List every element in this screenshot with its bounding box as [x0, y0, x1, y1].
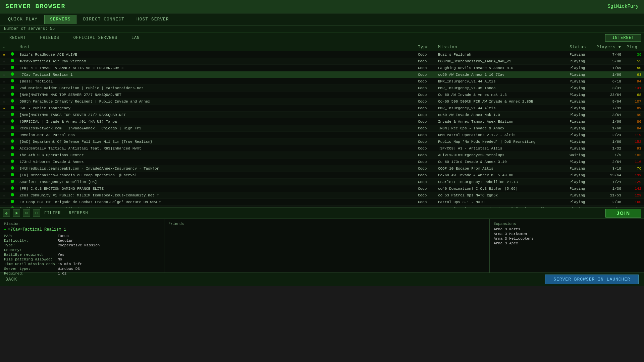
tab-host-server[interactable]: HOST SERVER — [131, 15, 174, 24]
filter-lan[interactable]: LAN — [125, 35, 147, 41]
table-row[interactable]: ☆ Scarlett Insurgency: Rebellion [UK] Co… — [0, 179, 644, 185]
row-favorite[interactable]: ☆ — [0, 112, 8, 118]
row-favorite[interactable]: ☆ — [0, 118, 8, 125]
row-favorite[interactable]: ☆ — [0, 152, 8, 159]
filter-recent[interactable]: RECENT — [3, 35, 33, 41]
table-row[interactable]: ☆ [Boss] Tactical Coop BMR_Insurgency_v1… — [0, 78, 644, 85]
table-row[interactable]: ☆ Accidentally Tactical Antistasi feat. … — [0, 145, 644, 152]
filter-icon-3[interactable]: □ — [33, 209, 40, 217]
launcher-button[interactable]: SERVER BROWSER IN LAUNCHER — [545, 275, 639, 284]
row-favorite[interactable]: ☆ — [0, 78, 8, 85]
tab-quick-play[interactable]: QUICK PLAY — [3, 15, 43, 24]
table-row[interactable]: ☆ =7Cav-Official Air Cav Vietnam Coop CO… — [0, 58, 644, 65]
row-favorite[interactable]: ★ — [0, 51, 8, 58]
row-favorite[interactable]: ★ — [0, 105, 8, 112]
col-header-type[interactable]: Type — [415, 43, 435, 51]
detail-required-value: 1.62 — [58, 272, 66, 276]
row-game-status: Playing — [567, 159, 594, 165]
filter-icon-be[interactable]: BE — [23, 209, 30, 217]
table-row[interactable]: ☆ 34thredbulls.teamspeak3.com - Invade&A… — [0, 165, 644, 172]
tab-direct-connect[interactable]: DIRECT CONNECT — [78, 15, 130, 24]
row-ping: 55 — [624, 58, 644, 65]
detail-map-row: MAP: Tanoa — [4, 234, 160, 238]
table-row[interactable]: ☆ FR Coop BCF B# 'Brigade de Combat Fran… — [0, 199, 644, 205]
detail-servertype-row: Server type: Windows DS — [4, 267, 160, 271]
table-row[interactable]: ★ CWL - Public Insurgency Coop BMR_Insur… — [0, 105, 644, 112]
table-row[interactable]: ☆ [DoD] Department Of Defense Full Size … — [0, 138, 644, 145]
row-status-icon — [8, 185, 17, 192]
table-row[interactable]: ☆ [NAK]NASTYNAK TANOA TOP SERVER 27/7 NA… — [0, 112, 644, 118]
row-mission: Co-60 173rd Invade & Annex 3.10 — [435, 159, 567, 165]
table-row[interactable]: ☆ =LD= 4 = INVADE & ANNEX ALTIS v8 = LDC… — [0, 65, 644, 71]
row-type: Coop — [415, 159, 435, 165]
row-favorite[interactable]: ☆ — [0, 199, 8, 205]
row-game-status: Playing — [567, 65, 594, 71]
table-row[interactable]: ☆ Zeus Community #1 Public: MILSIM teams… — [0, 192, 644, 199]
server-list[interactable]: ☆ Host Type Mission Status Players ▼ Pin… — [0, 43, 644, 207]
row-players: 3/64 — [594, 112, 624, 118]
table-row[interactable]: ☆ 509th Parachute Infantry Regiment | Pu… — [0, 98, 644, 105]
table-row[interactable]: ☆ [NAK]NASTYNAK NAK TOP SERVER 27/7 NAKS… — [0, 92, 644, 98]
row-status-icon — [8, 145, 17, 152]
row-mission: co 53 Patrol Ops NATO zgm5k — [435, 192, 567, 199]
row-players: 1/60 — [594, 118, 624, 125]
row-favorite[interactable]: ☆ — [0, 159, 8, 165]
col-header-players[interactable]: Players ▼ — [594, 43, 624, 51]
row-favorite[interactable]: ☆ — [0, 192, 8, 199]
row-favorite[interactable]: ☆ — [0, 138, 8, 145]
row-favorite[interactable]: ☆ — [0, 172, 8, 179]
row-host: 2nd Marine Raider Battalion | Public | m… — [17, 85, 415, 92]
join-button[interactable]: JOIN — [605, 209, 641, 218]
row-favorite[interactable]: ☆ — [0, 71, 8, 78]
table-row[interactable]: ☆ =7Cav=Tactical Realism 1 Coop co60_AW_… — [0, 71, 644, 78]
filter-icon-2[interactable]: ⚑ — [13, 209, 20, 217]
col-header-fav: ☆ — [0, 43, 8, 51]
table-row[interactable]: ☆ The 4th SFG Operations Center Coop ALi… — [0, 152, 644, 159]
row-ping: 129 — [624, 179, 644, 185]
filter-official[interactable]: OFFICIAL SERVERS — [67, 35, 124, 41]
row-host: =7Cav-Official Air Cav Vietnam — [17, 58, 415, 65]
table-row[interactable]: ☆ DMMclan.net A3 Patrol ops Coop DMM Pat… — [0, 132, 644, 138]
filter-icon-1[interactable]: ⚙ — [3, 209, 10, 217]
row-favorite[interactable]: ☆ — [0, 92, 8, 98]
table-row[interactable]: ☆ 173rd Airborne Invade & Annex Coop Co-… — [0, 159, 644, 165]
mission-section-label: Mission — [4, 222, 160, 226]
row-favorite[interactable]: ☆ — [0, 132, 8, 138]
filter-friends[interactable]: FRIENDS — [33, 35, 66, 41]
row-game-status: Playing — [567, 58, 594, 65]
filter-internet[interactable]: INTERNET — [605, 34, 641, 42]
row-host: [OFFICIAL ] Invade & Annex #01 (NA-US) T… — [17, 118, 415, 125]
col-header-host[interactable]: Host — [17, 43, 415, 51]
refresh-button[interactable]: REFRESH — [69, 211, 88, 216]
row-host: [NAK]NASTYNAK NAK TOP SERVER 27/7 NAKSQU… — [17, 92, 415, 98]
row-ping: 139 — [624, 172, 644, 179]
row-favorite[interactable]: ☆ — [0, 85, 8, 92]
row-favorite[interactable]: ☆ — [0, 58, 8, 65]
filter-button[interactable]: FILTER — [44, 211, 61, 216]
row-status-icon — [8, 118, 17, 125]
col-header-mission[interactable]: Mission — [435, 43, 567, 51]
row-type: Coop — [415, 152, 435, 159]
table-row[interactable]: ☆ [OFFICIAL ] Invade & Annex #01 (NA-US)… — [0, 118, 644, 125]
col-header-status[interactable]: Status — [567, 43, 594, 51]
table-row[interactable]: ★ Buzz's Roadhouse ACE ALIVE Coop Buzz's… — [0, 51, 644, 58]
app-title: SERVER BROWSER — [5, 3, 65, 10]
row-favorite[interactable]: ☆ — [0, 65, 8, 71]
row-favorite[interactable]: ☆ — [0, 125, 8, 132]
row-ping: 116 — [624, 159, 644, 165]
row-favorite[interactable]: ☆ — [0, 165, 8, 172]
back-button[interactable]: BACK — [5, 277, 17, 282]
row-favorite[interactable]: ☆ — [0, 185, 8, 192]
row-type: Coop — [415, 179, 435, 185]
table-row[interactable]: ☆ [FR] C.O.S EMOTION GAMING FRANCE ELITE… — [0, 185, 644, 192]
tab-servers[interactable]: SERVERS — [44, 15, 76, 24]
row-status-icon — [8, 152, 17, 159]
row-favorite[interactable]: ☆ — [0, 179, 8, 185]
table-row[interactable]: ☆ 2nd Marine Raider Battalion | Public |… — [0, 85, 644, 92]
row-game-status: Playing — [567, 132, 594, 138]
row-favorite[interactable]: ☆ — [0, 145, 8, 152]
row-favorite[interactable]: ☆ — [0, 98, 8, 105]
table-row[interactable]: ☆ RecklessNetwork.com | Invade&Annex | C… — [0, 125, 644, 132]
col-header-ping[interactable]: Ping — [624, 43, 644, 51]
table-row[interactable]: ☆ [FR] Mercenaires-Francais.eu Coop Oper… — [0, 172, 644, 179]
